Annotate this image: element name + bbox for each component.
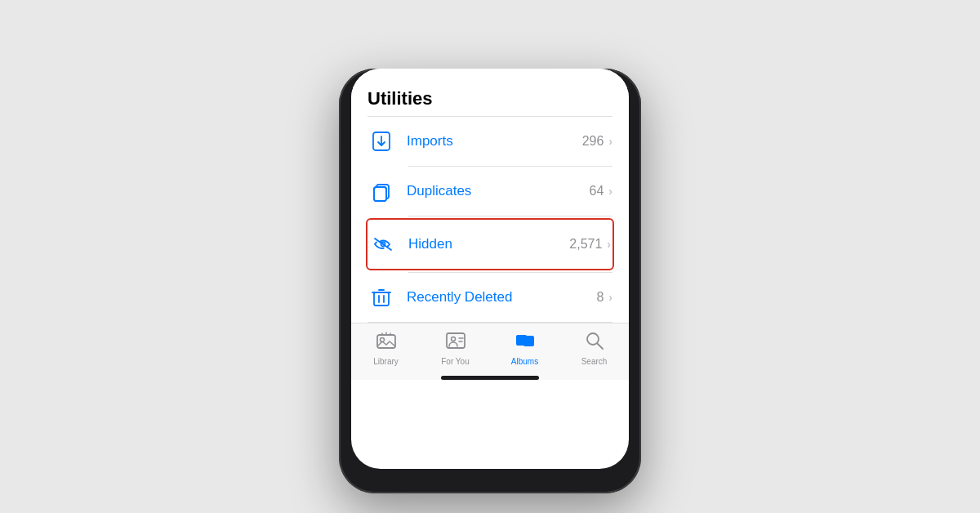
- svg-line-23: [597, 344, 603, 350]
- list-row-hidden[interactable]: Hidden 2,571 ›: [369, 220, 611, 269]
- recently-deleted-chevron: ›: [608, 291, 612, 304]
- tab-library[interactable]: Library: [351, 330, 421, 366]
- tab-bar: Library For Y: [351, 323, 629, 369]
- home-indicator: [441, 376, 539, 380]
- svg-rect-6: [374, 292, 389, 306]
- phone-screen: Utilities Imports 296 ›: [351, 69, 629, 469]
- phone-wrapper: Utilities Imports 296 ›: [335, 20, 645, 493]
- recently-deleted-label: Recently Deleted: [407, 289, 596, 306]
- albums-tab-label: Albums: [511, 357, 538, 366]
- hidden-chevron: ›: [607, 238, 611, 251]
- duplicates-count: 64: [590, 184, 604, 199]
- hidden-highlight-box: Hidden 2,571 ›: [366, 218, 614, 270]
- imports-count: 296: [582, 134, 604, 149]
- imports-chevron: ›: [608, 135, 612, 148]
- library-tab-label: Library: [373, 357, 399, 366]
- search-tab-label: Search: [581, 357, 608, 366]
- divider-hidden-top: [408, 216, 612, 216]
- for-you-tab-label: For You: [441, 357, 469, 366]
- imports-icon: [368, 127, 395, 155]
- tab-for-you[interactable]: For You: [421, 330, 490, 366]
- albums-icon: [514, 330, 536, 355]
- list-row-imports[interactable]: Imports 296 ›: [368, 117, 612, 166]
- tab-search[interactable]: Search: [559, 330, 629, 366]
- tab-albums[interactable]: Albums: [490, 330, 559, 366]
- svg-rect-21: [523, 336, 534, 346]
- content-area: Utilities Imports 296 ›: [351, 69, 629, 323]
- for-you-icon: [445, 330, 466, 355]
- bottom-area: Library For Y: [351, 323, 629, 380]
- duplicates-icon: [368, 177, 395, 205]
- imports-label: Imports: [407, 133, 582, 149]
- recently-deleted-count: 8: [596, 290, 604, 305]
- svg-rect-3: [374, 187, 386, 201]
- search-tab-icon: [584, 330, 605, 355]
- recently-deleted-icon: [368, 283, 395, 311]
- section-title: Utilities: [368, 88, 612, 109]
- duplicates-label: Duplicates: [407, 183, 590, 199]
- list-row-duplicates[interactable]: Duplicates 64 ›: [368, 167, 612, 216]
- list-row-recently-deleted[interactable]: Recently Deleted 8 ›: [368, 273, 612, 322]
- phone-frame: Utilities Imports 296 ›: [339, 69, 641, 493]
- svg-point-17: [451, 337, 455, 341]
- duplicates-chevron: ›: [608, 185, 612, 198]
- hidden-icon: [369, 230, 397, 258]
- library-icon: [376, 330, 397, 355]
- svg-rect-11: [377, 335, 395, 348]
- hidden-label: Hidden: [408, 236, 569, 252]
- hidden-count: 2,571: [569, 237, 602, 252]
